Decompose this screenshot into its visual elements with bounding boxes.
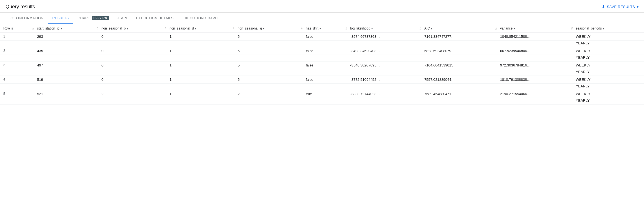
sort-icon-nsd: ▾ <box>195 27 196 30</box>
page-title: Query results <box>6 4 35 10</box>
tab-execution-details[interactable]: EXECUTION DETAILS <box>132 13 178 24</box>
tab-chart-preview[interactable]: CHART PREVIEW <box>73 13 113 24</box>
sort-icon-row: ⇅ <box>11 27 13 30</box>
save-results-button[interactable]: ⬇ SAVE RESULTS ▾ <box>602 4 638 9</box>
sort-icon-nsq: ▾ <box>263 27 264 30</box>
col-header-non-seasonal-q[interactable]: non_seasonal_q ▾ // <box>234 24 302 33</box>
sort-icon-drift: ▾ <box>320 27 321 30</box>
col-header-start-station-id[interactable]: start_station_id ▾ // <box>34 24 98 33</box>
col-header-row[interactable]: Row ⇅ // <box>0 24 34 33</box>
save-icon: ⬇ <box>602 4 605 9</box>
save-results-label: SAVE RESULTS <box>607 5 635 9</box>
table-body: 1293015false-3574.66737363…7161.33474727… <box>0 33 644 105</box>
table-row: 4519015false-3772.51094452…7557.02188904… <box>0 76 644 84</box>
tabs-bar: JOB INFORMATION RESULTS CHART PREVIEW JS… <box>0 13 644 24</box>
sort-icon-ll: ▾ <box>371 27 373 30</box>
preview-badge: PREVIEW <box>92 16 109 20</box>
table-sub-row: YEARLY <box>0 55 644 61</box>
table-sub-row: YEARLY <box>0 98 644 105</box>
col-header-non-seasonal-d[interactable]: non_seasonal_d ▾ // <box>166 24 234 33</box>
table-row: 2435015false-3408.34620403…6828.69240807… <box>0 47 644 55</box>
table-header-row: Row ⇅ // start_station_id ▾ // non_seaso… <box>0 24 644 33</box>
sort-icon-nsp: ▾ <box>127 27 128 30</box>
table-sub-row: YEARLY <box>0 41 644 47</box>
tab-execution-graph[interactable]: EXECUTION GRAPH <box>178 13 222 24</box>
table-row: 5521212true-3838.72744023…7689.454880471… <box>0 90 644 98</box>
header-bar: Query results ⬇ SAVE RESULTS ▾ <box>0 0 644 13</box>
sort-icon-sp: ▾ <box>603 27 604 30</box>
results-table: Row ⇅ // start_station_id ▾ // non_seaso… <box>0 24 644 105</box>
sort-icon-station: ▾ <box>61 27 62 30</box>
save-dropdown-icon: ▾ <box>637 5 639 9</box>
tab-json[interactable]: JSON <box>113 13 132 24</box>
col-header-variance[interactable]: variance ▾ // <box>497 24 573 33</box>
tab-job-information[interactable]: JOB INFORMATION <box>6 13 48 24</box>
col-header-non-seasonal-p[interactable]: non_seasonal_p ▾ // <box>98 24 166 33</box>
table-sub-row: YEARLY <box>0 69 644 76</box>
col-header-seasonal-periods[interactable]: seasonal_periods ▾ <box>573 24 644 33</box>
table-row: 3497015false-3546.30207695…7104.60415390… <box>0 61 644 69</box>
col-header-log-likelihood[interactable]: log_likelihood ▾ // <box>347 24 421 33</box>
results-table-container: Row ⇅ // start_station_id ▾ // non_seaso… <box>0 24 644 105</box>
table-row: 1293015false-3574.66737363…7161.33474727… <box>0 33 644 41</box>
sort-icon-aic: ▾ <box>431 27 432 30</box>
sort-icon-var: ▾ <box>514 27 515 30</box>
table-sub-row: YEARLY <box>0 84 644 90</box>
col-header-has-drift[interactable]: has_drift ▾ // <box>302 24 347 33</box>
tab-results[interactable]: RESULTS <box>48 13 73 24</box>
tab-chart-label: CHART <box>78 16 90 20</box>
col-header-aic[interactable]: AIC ▾ // <box>421 24 497 33</box>
